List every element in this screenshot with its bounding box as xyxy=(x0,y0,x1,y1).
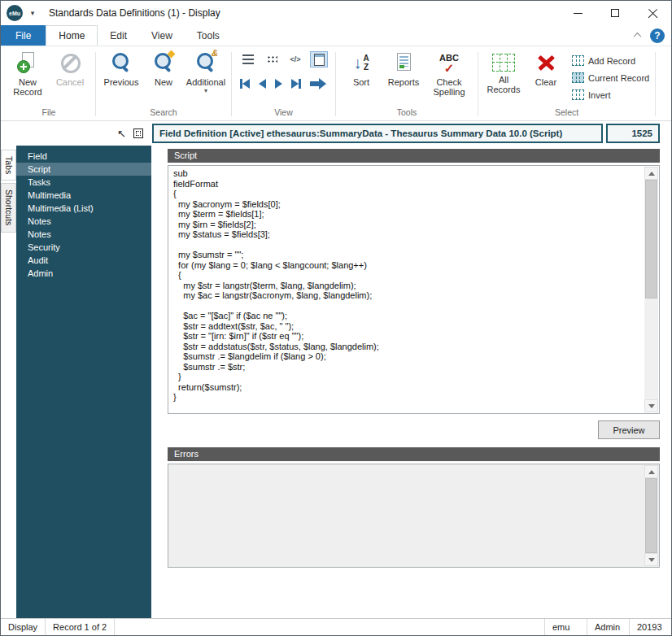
current-record-label: Current Record xyxy=(588,73,649,83)
next-record-button[interactable] xyxy=(275,79,282,89)
sidebar-item-multimedia-list[interactable]: Multimedia (List) xyxy=(16,202,151,215)
vertical-tab-tabs[interactable]: Tabs xyxy=(1,150,16,181)
ribbon-group-view: </> View xyxy=(233,48,334,120)
ribbon-group-search: Previous New Additional ▾ Search xyxy=(98,48,229,120)
record-header: Field Definition [Active] ethesaurus:Sum… xyxy=(152,124,603,143)
tab-view[interactable]: View xyxy=(139,25,185,46)
goto-record-button[interactable] xyxy=(310,81,326,86)
tab-tools[interactable]: Tools xyxy=(185,25,232,46)
status-bar: Display Record 1 of 2 emu Admin 20193 xyxy=(1,618,671,635)
group-divider xyxy=(231,52,232,116)
group-label-tools: Tools xyxy=(340,107,473,120)
sidebar-item-script[interactable]: Script xyxy=(16,163,151,176)
titlebar: eMu ▾ Standards Data Definitions (1) - D… xyxy=(1,1,671,25)
scroll-up-button[interactable] xyxy=(644,167,658,180)
previous-label: Previous xyxy=(104,77,139,87)
all-records-label: All Records xyxy=(482,75,525,94)
status-host: emu xyxy=(544,619,587,635)
group-divider xyxy=(655,52,656,116)
vertical-tab-strip: Tabs Shortcuts xyxy=(1,146,16,618)
tab-file[interactable]: File xyxy=(1,25,46,46)
all-records-button[interactable]: All Records xyxy=(482,49,525,106)
scroll-down-icon xyxy=(648,558,655,562)
scroll-up-button[interactable] xyxy=(644,465,658,478)
collapse-ribbon-button[interactable] xyxy=(627,25,647,46)
minimize-button[interactable] xyxy=(559,1,596,25)
sort-icon: ↓ AZ xyxy=(348,51,374,74)
ribbon-group-tools: ↓ AZ Sort Reports ABC ✓ Check Spelling xyxy=(338,48,476,120)
code-view-button[interactable]: </> xyxy=(286,51,304,68)
tab-bar-spacer xyxy=(232,25,627,46)
sidebar-item-security[interactable]: Security xyxy=(16,241,151,254)
sidebar-item-audit[interactable]: Audit xyxy=(16,254,151,267)
current-record-icon xyxy=(572,72,584,83)
previous-search-button[interactable]: Previous xyxy=(100,49,142,106)
preview-button[interactable]: Preview xyxy=(598,420,660,439)
scroll-thumb[interactable] xyxy=(645,478,657,553)
scroll-down-icon xyxy=(648,404,655,408)
scroll-track[interactable] xyxy=(644,478,658,553)
sidebar-item-notes[interactable]: Notes xyxy=(16,215,151,228)
previous-record-button[interactable] xyxy=(259,79,266,89)
help-button[interactable]: ? xyxy=(650,28,665,43)
scroll-thumb[interactable] xyxy=(645,180,657,298)
scroll-down-button[interactable] xyxy=(644,553,658,566)
script-scrollbar[interactable] xyxy=(644,167,658,412)
new-record-label: New Record xyxy=(7,77,49,97)
details-view-button[interactable] xyxy=(310,51,328,68)
group-divider xyxy=(335,52,336,116)
reports-button[interactable]: Reports xyxy=(382,49,425,106)
sidebar-item-admin[interactable]: Admin xyxy=(16,267,151,280)
additional-label: Additional xyxy=(186,77,225,87)
cancel-icon xyxy=(59,51,81,74)
list-view-button[interactable] xyxy=(239,51,257,68)
script-code[interactable]: sub fieldFormat { my $acronym = $fields[… xyxy=(168,166,659,413)
emu-logo-icon[interactable]: eMu xyxy=(7,5,23,21)
group-divider xyxy=(478,52,478,116)
invert-label: Invert xyxy=(588,90,611,100)
new-record-button[interactable]: New Record xyxy=(7,49,49,106)
search-previous-icon xyxy=(110,51,133,74)
new-search-button[interactable]: New xyxy=(142,49,185,106)
tab-home[interactable]: Home xyxy=(46,25,98,46)
add-record-button[interactable]: Add Record xyxy=(572,52,649,69)
sidebar-item-notes-2[interactable]: Notes xyxy=(16,228,151,241)
close-button[interactable] xyxy=(634,1,671,25)
check-spelling-label: Check Spelling xyxy=(425,77,473,97)
page-view-icon xyxy=(314,54,325,66)
sidebar-item-tasks[interactable]: Tasks xyxy=(16,176,151,189)
invert-button[interactable]: Invert xyxy=(572,86,649,103)
sidebar-item-multimedia[interactable]: Multimedia xyxy=(16,189,151,202)
contact-sheet-view-button[interactable] xyxy=(263,51,281,68)
status-spacer xyxy=(115,619,544,635)
grid-view-icon xyxy=(266,54,277,64)
quick-access-dropdown-icon[interactable]: ▾ xyxy=(26,4,39,22)
invert-icon xyxy=(572,89,584,100)
last-record-button[interactable] xyxy=(291,79,301,89)
chevron-down-icon: ▾ xyxy=(204,88,207,94)
script-editor[interactable]: sub fieldFormat { my $acronym = $fields[… xyxy=(168,165,660,414)
first-record-button[interactable] xyxy=(240,79,250,89)
new-record-icon xyxy=(16,51,39,74)
scroll-down-button[interactable] xyxy=(644,399,658,412)
pointer-icon[interactable]: ↖ xyxy=(117,129,126,139)
expand-icon[interactable] xyxy=(133,129,143,138)
tab-edit[interactable]: Edit xyxy=(98,25,139,46)
window-controls xyxy=(559,1,671,25)
vertical-tab-shortcuts[interactable]: Shortcuts xyxy=(1,183,16,232)
scroll-track[interactable] xyxy=(644,180,658,399)
check-spelling-button[interactable]: ABC ✓ Check Spelling xyxy=(425,49,473,106)
add-record-icon xyxy=(572,55,584,66)
errors-scrollbar[interactable] xyxy=(644,465,658,566)
maximize-button[interactable] xyxy=(596,1,634,25)
current-record-button[interactable]: Current Record xyxy=(572,69,649,86)
new-search-label: New xyxy=(155,77,172,87)
errors-area[interactable] xyxy=(168,464,660,568)
group-label-view: View xyxy=(236,107,331,120)
cancel-button[interactable]: Cancel xyxy=(49,49,91,106)
sort-button[interactable]: ↓ AZ Sort xyxy=(340,49,382,106)
clear-button[interactable]: Clear xyxy=(525,49,567,106)
sidebar-item-field[interactable]: Field xyxy=(16,150,151,163)
ribbon-tab-bar: File Home Edit View Tools ? xyxy=(1,25,671,46)
additional-search-button[interactable]: Additional ▾ xyxy=(185,49,227,106)
